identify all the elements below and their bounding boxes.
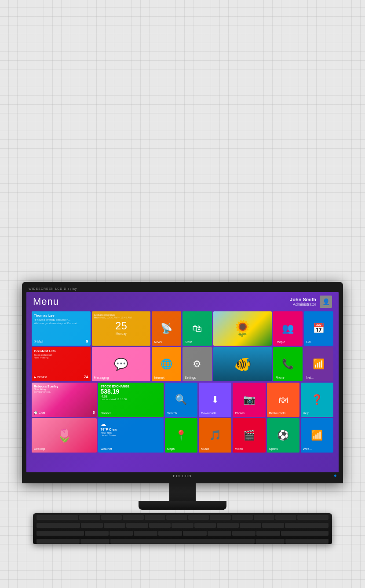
tile-weather[interactable]: ☁ 76°F Clear New York United States Weat…	[98, 418, 163, 453]
tile-music[interactable]: 🎵 Music	[199, 418, 231, 453]
tile-internet[interactable]: 🌐 Internet	[152, 347, 181, 381]
tile-store[interactable]: 🛍 Store	[182, 311, 212, 346]
key-r[interactable]	[145, 515, 166, 520]
tile-messaging[interactable]: 💬 Messaging	[92, 347, 151, 381]
tile-video[interactable]: 🎬 Video	[233, 418, 265, 453]
monitor-label: WIDESCREEN LCD Display	[29, 287, 77, 290]
key-j[interactable]	[217, 523, 239, 528]
key-ctrl-r[interactable]	[285, 539, 328, 544]
key-z[interactable]	[85, 531, 109, 536]
win8-user-role: Administrator	[290, 302, 316, 307]
monitor-stand-neck	[169, 483, 196, 501]
tile-fish[interactable]: 🐠	[213, 347, 272, 381]
key-k[interactable]	[240, 523, 262, 528]
key-o[interactable]	[254, 515, 275, 520]
tile-desktop[interactable]: 🌷 Desktop	[32, 418, 97, 453]
tile-restaurants[interactable]: 🍽 Restaurants	[267, 383, 299, 417]
tile-people[interactable]: 👥 People	[273, 311, 303, 346]
tile-phone[interactable]: 📞 Phone	[273, 347, 303, 381]
key-space[interactable]	[110, 539, 255, 544]
tile-search[interactable]: 🔍 Search	[165, 383, 197, 417]
tile-stocks[interactable]: STOCK EXCHANGE 538.19 -4.08 Last updated…	[98, 383, 163, 417]
key-y[interactable]	[188, 515, 209, 520]
tile-sports[interactable]: ⚽ Sports	[267, 418, 299, 453]
key-shift-r[interactable]	[281, 531, 328, 536]
tile-help[interactable]: ❓ Help	[301, 383, 333, 417]
monitor-indicator-dot	[334, 475, 336, 477]
tile-maps[interactable]: 📍 Maps	[165, 418, 197, 453]
key-h[interactable]	[194, 523, 216, 528]
key-enter[interactable]	[285, 523, 328, 528]
key-t[interactable]	[166, 515, 187, 520]
key-m[interactable]	[232, 531, 256, 536]
monitor-stand-base	[139, 501, 226, 510]
key-shift-l[interactable]	[36, 531, 84, 536]
key-p[interactable]	[275, 515, 296, 520]
tile-sunflower[interactable]: 🌻	[213, 311, 272, 346]
key-w[interactable]	[101, 515, 122, 520]
keyboard[interactable]	[33, 513, 332, 544]
key-caps[interactable]	[36, 523, 80, 528]
key-backspace[interactable]	[297, 515, 328, 520]
key-s[interactable]	[104, 523, 126, 528]
key-n[interactable]	[208, 531, 231, 536]
tile-thomas[interactable]: Thomas Lee Hi have a strategy discussion…	[32, 311, 91, 346]
monitor-wrapper: WIDESCREEN LCD Display Menu John Smith A…	[22, 282, 343, 544]
tile-net[interactable]: 📶 Net...	[304, 347, 333, 381]
key-f[interactable]	[149, 523, 171, 528]
key-c[interactable]	[134, 531, 157, 536]
avatar: 👤	[320, 296, 332, 308]
key-b[interactable]	[183, 531, 207, 536]
tile-calendar[interactable]: Global conference Main Hall, 10:30 AM – …	[92, 311, 151, 346]
tile-downloads[interactable]: ⬇ Downloads	[199, 383, 231, 417]
key-e[interactable]	[123, 515, 144, 520]
key-q[interactable]	[79, 515, 100, 520]
key-v[interactable]	[158, 531, 182, 536]
key-alt-r[interactable]	[255, 539, 285, 544]
screen: Menu John Smith Administrator 👤	[26, 292, 339, 472]
win8-menu-title: Menu	[33, 296, 59, 307]
key-g[interactable]	[172, 523, 193, 528]
tile-news[interactable]: 📡 News	[152, 311, 181, 346]
win8-user: John Smith Administrator 👤	[290, 296, 332, 308]
page-background: WIDESCREEN LCD Display Menu John Smith A…	[0, 0, 365, 588]
tile-chat[interactable]: Rebecca Stanley Now liking... on your ph…	[32, 383, 97, 417]
win8-user-name: John Smith	[290, 297, 316, 302]
tile-wireless[interactable]: 📶 Wire...	[301, 418, 333, 453]
fullhd-label: FULLHD	[26, 472, 339, 480]
key-comma[interactable]	[256, 531, 280, 536]
key-tab[interactable]	[36, 515, 78, 520]
key-x[interactable]	[110, 531, 133, 536]
key-a[interactable]	[81, 523, 103, 528]
tile-settings[interactable]: ⚙ Settings	[182, 347, 212, 381]
key-alt-l[interactable]	[80, 539, 110, 544]
key-i[interactable]	[232, 515, 253, 520]
tile-calendar2[interactable]: 📅 Cal...	[304, 311, 333, 346]
tile-greatest-hits[interactable]: Greatest Hits Blues collection Now Playi…	[32, 347, 91, 381]
key-u[interactable]	[210, 515, 231, 520]
key-d[interactable]	[126, 523, 148, 528]
tile-photos[interactable]: 📷 Photos	[233, 383, 265, 417]
key-ctrl-l[interactable]	[36, 539, 80, 544]
key-l[interactable]	[262, 523, 284, 528]
monitor-body: WIDESCREEN LCD Display Menu John Smith A…	[22, 282, 343, 483]
